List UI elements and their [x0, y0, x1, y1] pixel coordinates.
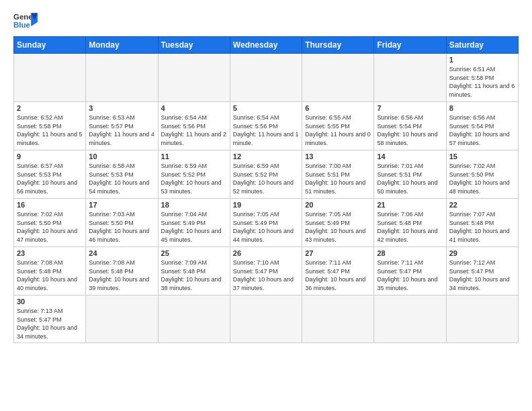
calendar-cell: [374, 295, 446, 343]
day-number: 9: [17, 152, 83, 161]
day-info: Sunrise: 7:00 AM Sunset: 5:51 PM Dayligh…: [305, 162, 371, 195]
calendar-cell: [302, 295, 374, 343]
calendar-cell: 10Sunrise: 6:58 AM Sunset: 5:53 PM Dayli…: [86, 150, 158, 199]
calendar-cell: 17Sunrise: 7:03 AM Sunset: 5:50 PM Dayli…: [86, 199, 158, 247]
day-number: 27: [305, 249, 371, 257]
day-info: Sunrise: 6:52 AM Sunset: 5:58 PM Dayligh…: [17, 113, 83, 147]
day-info: Sunrise: 7:03 AM Sunset: 5:50 PM Dayligh…: [89, 210, 154, 244]
day-info: Sunrise: 6:57 AM Sunset: 5:53 PM Dayligh…: [17, 162, 83, 195]
calendar-cell: 18Sunrise: 7:04 AM Sunset: 5:49 PM Dayli…: [158, 199, 230, 247]
calendar-cell: 11Sunrise: 6:59 AM Sunset: 5:52 PM Dayli…: [158, 150, 230, 199]
calendar-cell: [158, 295, 230, 343]
day-info: Sunrise: 7:08 AM Sunset: 5:48 PM Dayligh…: [17, 259, 83, 292]
col-header-sunday: Sunday: [14, 37, 86, 54]
day-number: 24: [89, 249, 154, 257]
day-info: Sunrise: 7:08 AM Sunset: 5:48 PM Dayligh…: [89, 259, 154, 292]
logo: General Blue: [13, 11, 38, 31]
calendar-week-5: 23Sunrise: 7:08 AM Sunset: 5:48 PM Dayli…: [14, 247, 519, 295]
day-number: 10: [89, 152, 154, 161]
calendar-cell: 28Sunrise: 7:11 AM Sunset: 5:47 PM Dayli…: [374, 247, 446, 295]
svg-text:Blue: Blue: [13, 21, 30, 29]
day-number: 25: [161, 249, 227, 257]
day-info: Sunrise: 7:05 AM Sunset: 5:49 PM Dayligh…: [305, 210, 371, 244]
calendar-cell: 24Sunrise: 7:08 AM Sunset: 5:48 PM Dayli…: [86, 247, 158, 295]
calendar-cell: [446, 295, 518, 343]
calendar-cell: 29Sunrise: 7:12 AM Sunset: 5:47 PM Dayli…: [446, 247, 518, 295]
calendar-cell: 4Sunrise: 6:54 AM Sunset: 5:56 PM Daylig…: [158, 102, 230, 150]
calendar-cell: 19Sunrise: 7:05 AM Sunset: 5:49 PM Dayli…: [230, 199, 302, 247]
day-info: Sunrise: 6:56 AM Sunset: 5:54 PM Dayligh…: [377, 113, 443, 147]
day-number: 18: [161, 201, 227, 209]
header: General Blue: [13, 11, 519, 31]
day-number: 6: [305, 104, 371, 112]
calendar-header-row: SundayMondayTuesdayWednesdayThursdayFrid…: [14, 37, 519, 54]
calendar-week-1: 1Sunrise: 6:51 AM Sunset: 5:58 PM Daylig…: [14, 54, 519, 102]
day-info: Sunrise: 7:07 AM Sunset: 5:48 PM Dayligh…: [449, 210, 515, 244]
day-info: Sunrise: 7:01 AM Sunset: 5:51 PM Dayligh…: [377, 162, 443, 195]
col-header-saturday: Saturday: [446, 37, 518, 54]
calendar-cell: 8Sunrise: 6:56 AM Sunset: 5:54 PM Daylig…: [446, 102, 518, 150]
day-number: 11: [161, 152, 227, 161]
day-number: 2: [17, 104, 83, 112]
calendar-table: SundayMondayTuesdayWednesdayThursdayFrid…: [13, 36, 519, 343]
calendar-week-6: 30Sunrise: 7:13 AM Sunset: 5:47 PM Dayli…: [14, 295, 519, 343]
day-number: 26: [233, 249, 299, 257]
calendar-cell: [14, 54, 86, 102]
calendar-cell: [374, 54, 446, 102]
calendar-cell: 16Sunrise: 7:02 AM Sunset: 5:50 PM Dayli…: [14, 199, 86, 247]
calendar-cell: [230, 295, 302, 343]
day-number: 14: [377, 152, 443, 161]
page: General Blue SundayMondayTuesdayWednesda…: [0, 0, 532, 411]
day-info: Sunrise: 6:59 AM Sunset: 5:52 PM Dayligh…: [233, 162, 299, 195]
day-number: 3: [89, 104, 154, 112]
calendar-cell: 12Sunrise: 6:59 AM Sunset: 5:52 PM Dayli…: [230, 150, 302, 199]
calendar-cell: 26Sunrise: 7:10 AM Sunset: 5:47 PM Dayli…: [230, 247, 302, 295]
day-number: 5: [233, 104, 299, 112]
col-header-wednesday: Wednesday: [230, 37, 302, 54]
day-info: Sunrise: 6:56 AM Sunset: 5:54 PM Dayligh…: [449, 113, 515, 147]
day-number: 19: [233, 201, 299, 209]
day-info: Sunrise: 6:53 AM Sunset: 5:57 PM Dayligh…: [89, 113, 154, 147]
calendar-week-3: 9Sunrise: 6:57 AM Sunset: 5:53 PM Daylig…: [14, 150, 519, 199]
day-number: 13: [305, 152, 371, 161]
day-number: 29: [449, 249, 515, 257]
calendar-cell: [86, 54, 158, 102]
day-info: Sunrise: 7:02 AM Sunset: 5:50 PM Dayligh…: [449, 162, 515, 195]
calendar-cell: [230, 54, 302, 102]
day-number: 20: [305, 201, 371, 209]
day-info: Sunrise: 7:06 AM Sunset: 5:48 PM Dayligh…: [377, 210, 443, 244]
day-info: Sunrise: 7:09 AM Sunset: 5:48 PM Dayligh…: [161, 259, 227, 292]
day-info: Sunrise: 7:10 AM Sunset: 5:47 PM Dayligh…: [233, 259, 299, 292]
calendar-cell: 2Sunrise: 6:52 AM Sunset: 5:58 PM Daylig…: [14, 102, 86, 150]
calendar-cell: 9Sunrise: 6:57 AM Sunset: 5:53 PM Daylig…: [14, 150, 86, 199]
day-info: Sunrise: 7:05 AM Sunset: 5:49 PM Dayligh…: [233, 210, 299, 244]
calendar-week-4: 16Sunrise: 7:02 AM Sunset: 5:50 PM Dayli…: [14, 199, 519, 247]
day-number: 15: [449, 152, 515, 161]
day-number: 16: [17, 201, 83, 209]
calendar-week-2: 2Sunrise: 6:52 AM Sunset: 5:58 PM Daylig…: [14, 102, 519, 150]
day-info: Sunrise: 6:54 AM Sunset: 5:56 PM Dayligh…: [233, 113, 299, 147]
calendar-cell: 25Sunrise: 7:09 AM Sunset: 5:48 PM Dayli…: [158, 247, 230, 295]
calendar-cell: 5Sunrise: 6:54 AM Sunset: 5:56 PM Daylig…: [230, 102, 302, 150]
logo-icon: General Blue: [13, 11, 38, 31]
day-info: Sunrise: 6:54 AM Sunset: 5:56 PM Dayligh…: [161, 113, 227, 147]
day-info: Sunrise: 7:12 AM Sunset: 5:47 PM Dayligh…: [449, 259, 515, 292]
calendar-cell: 6Sunrise: 6:55 AM Sunset: 5:55 PM Daylig…: [302, 102, 374, 150]
day-number: 7: [377, 104, 443, 112]
day-info: Sunrise: 7:13 AM Sunset: 5:47 PM Dayligh…: [17, 307, 83, 340]
calendar-cell: 3Sunrise: 6:53 AM Sunset: 5:57 PM Daylig…: [86, 102, 158, 150]
day-info: Sunrise: 7:11 AM Sunset: 5:47 PM Dayligh…: [305, 259, 371, 292]
col-header-monday: Monday: [86, 37, 158, 54]
day-number: 22: [449, 201, 515, 209]
calendar-cell: 15Sunrise: 7:02 AM Sunset: 5:50 PM Dayli…: [446, 150, 518, 199]
calendar-cell: 14Sunrise: 7:01 AM Sunset: 5:51 PM Dayli…: [374, 150, 446, 199]
day-number: 17: [89, 201, 154, 209]
calendar-cell: 20Sunrise: 7:05 AM Sunset: 5:49 PM Dayli…: [302, 199, 374, 247]
calendar-cell: 27Sunrise: 7:11 AM Sunset: 5:47 PM Dayli…: [302, 247, 374, 295]
day-info: Sunrise: 7:04 AM Sunset: 5:49 PM Dayligh…: [161, 210, 227, 244]
day-number: 30: [17, 298, 83, 306]
calendar-cell: [86, 295, 158, 343]
day-info: Sunrise: 6:59 AM Sunset: 5:52 PM Dayligh…: [161, 162, 227, 195]
day-info: Sunrise: 6:51 AM Sunset: 5:58 PM Dayligh…: [449, 65, 515, 99]
day-number: 21: [377, 201, 443, 209]
